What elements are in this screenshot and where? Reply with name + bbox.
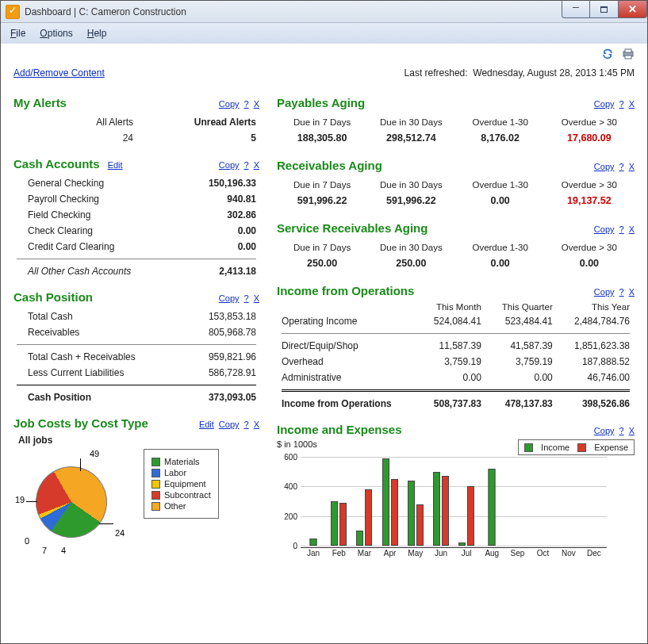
maximize-button[interactable] xyxy=(590,1,619,18)
help-link[interactable]: ? xyxy=(244,160,249,170)
col-header: Due in 7 Days xyxy=(278,116,366,128)
panel-title: Job Costs by Cost Type xyxy=(13,416,148,430)
bar-income xyxy=(489,469,496,546)
help-link[interactable]: ? xyxy=(619,162,624,171)
panel-income-expenses: Income and Expenses Copy ? X $ in 1000s xyxy=(277,423,635,560)
x-tick: Jan xyxy=(301,548,326,560)
copy-link[interactable]: Copy xyxy=(219,99,240,109)
pie-callout: 4 xyxy=(61,546,66,555)
legend-item: Other xyxy=(151,501,211,511)
info-row: Add/Remove Content Last refreshed: Wedne… xyxy=(1,64,647,85)
copy-link[interactable]: Copy xyxy=(219,160,240,170)
panel-title: Income and Expenses xyxy=(277,423,402,436)
panel-job-costs: Job Costs by Cost Type Edit Copy ? X All… xyxy=(13,416,259,560)
help-link[interactable]: ? xyxy=(619,224,624,234)
table-row: Overhead3,759.193,759.19187,888.52 xyxy=(277,354,635,370)
x-tick: Oct xyxy=(531,548,556,560)
chart-legend: Income Expense xyxy=(518,439,635,455)
col-header: Overdue 1-30 xyxy=(457,178,544,191)
legend-item: Subcontract xyxy=(151,490,211,500)
bar-group xyxy=(326,457,351,546)
table-row: Total Cash153,853.18 xyxy=(13,309,259,324)
bar-income xyxy=(382,458,389,546)
panel-title: Payables Aging xyxy=(277,96,365,109)
pie-callout: 7 xyxy=(42,546,47,555)
col-header: This Quarter xyxy=(486,301,558,313)
table-row: Receivables805,968.78 xyxy=(13,324,259,340)
dashboard-content[interactable]: My Alerts Copy ? X All Alerts Unread Ale… xyxy=(1,85,647,643)
table-row: Credit Card Clearing0.00 xyxy=(13,239,259,255)
legend-item: Labor xyxy=(151,468,211,477)
close-link[interactable]: X xyxy=(254,420,259,429)
panel-title: My Alerts xyxy=(13,96,67,109)
bar-expense xyxy=(416,504,424,546)
pie-callout: 24 xyxy=(115,528,125,538)
close-link[interactable]: X xyxy=(254,160,259,170)
edit-link[interactable]: Edit xyxy=(199,420,214,429)
panel-title: Service Receivables Aging xyxy=(277,221,428,235)
close-link[interactable]: X xyxy=(254,293,259,303)
close-link[interactable]: X xyxy=(629,224,635,234)
copy-link[interactable]: Copy xyxy=(594,224,615,234)
help-link[interactable]: ? xyxy=(244,293,249,303)
close-link[interactable]: X xyxy=(629,287,635,297)
x-tick: Feb xyxy=(326,548,351,560)
pie-callout: 49 xyxy=(90,449,99,458)
help-link[interactable]: ? xyxy=(619,99,624,109)
bar-group xyxy=(428,457,454,546)
help-link[interactable]: ? xyxy=(619,426,624,435)
aging-value: 0.00 xyxy=(457,193,544,209)
copy-link[interactable]: Copy xyxy=(219,420,240,429)
aging-value: 591,996.22 xyxy=(367,193,454,209)
refresh-icon[interactable] xyxy=(601,48,614,60)
all-alerts-value: 24 xyxy=(13,130,136,146)
panel-cash-accounts: Cash Accounts Edit Copy ? X General Chec… xyxy=(13,157,259,279)
edit-link[interactable]: Edit xyxy=(108,160,123,170)
table-row: Operating Income524,084.41523,484.412,48… xyxy=(277,313,635,329)
pie-legend: MaterialsLaborEquipmentSubcontractOther xyxy=(144,449,219,519)
menu-options[interactable]: Options xyxy=(40,28,72,39)
x-tick: Dec xyxy=(581,548,607,560)
aging-value: 0.00 xyxy=(546,255,633,271)
legend-swatch-income xyxy=(524,443,533,452)
bar-group xyxy=(351,457,377,546)
close-button[interactable]: ✕ xyxy=(619,1,647,18)
bar-income xyxy=(356,531,363,546)
copy-link[interactable]: Copy xyxy=(219,293,240,303)
toolbar xyxy=(1,44,647,64)
add-remove-link[interactable]: Add/Remove Content xyxy=(13,67,105,79)
copy-link[interactable]: Copy xyxy=(594,287,615,297)
print-icon[interactable] xyxy=(622,48,635,60)
panel-title: Cash Accounts xyxy=(13,157,100,171)
col-header: Overdue 1-30 xyxy=(457,241,544,254)
close-link[interactable]: X xyxy=(629,426,635,435)
chart-ylabel: $ in 1000s xyxy=(277,439,317,449)
bar-income xyxy=(310,539,317,546)
table-row: All Other Cash Accounts2,413.18 xyxy=(13,263,259,279)
legend-item: Equipment xyxy=(151,479,211,489)
help-link[interactable]: ? xyxy=(244,99,249,109)
table-row: Payroll Checking940.81 xyxy=(13,191,259,207)
table-row: Administrative0.000.0046,746.00 xyxy=(277,370,635,385)
col-header: Overdue > 30 xyxy=(546,116,633,128)
table-row-total: Cash Position373,093.05 xyxy=(13,389,259,405)
menu-help[interactable]: Help xyxy=(87,28,107,39)
bar-income xyxy=(331,501,338,546)
menu-file[interactable]: File xyxy=(10,28,25,39)
legend-swatch-expense xyxy=(577,443,586,452)
help-link[interactable]: ? xyxy=(619,287,624,297)
copy-link[interactable]: Copy xyxy=(594,426,615,435)
aging-value: 250.00 xyxy=(367,255,454,271)
close-link[interactable]: X xyxy=(629,162,635,171)
close-link[interactable]: X xyxy=(629,99,635,109)
bar-expense xyxy=(467,486,474,546)
minimize-button[interactable]: ─ xyxy=(562,1,590,18)
close-link[interactable]: X xyxy=(254,99,259,109)
x-tick: Jul xyxy=(454,548,479,560)
aging-value: 298,512.74 xyxy=(367,130,454,146)
copy-link[interactable]: Copy xyxy=(594,99,615,109)
copy-link[interactable]: Copy xyxy=(594,162,615,171)
col-header: Due in 30 Days xyxy=(367,116,454,128)
help-link[interactable]: ? xyxy=(244,420,249,429)
x-tick: Apr xyxy=(378,548,403,560)
